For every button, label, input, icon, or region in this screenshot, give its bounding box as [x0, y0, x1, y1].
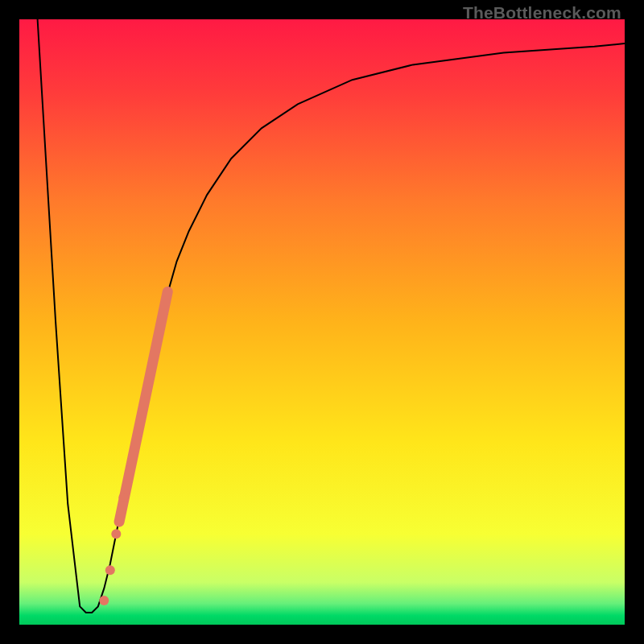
chart-plot-area — [19, 19, 625, 625]
highlight-dot — [111, 529, 121, 539]
chart-svg — [19, 19, 625, 625]
highlight-dot — [105, 565, 115, 575]
chart-frame: TheBottleneck.com — [0, 0, 644, 644]
highlight-dot — [118, 493, 128, 502]
watermark-text: TheBottleneck.com — [463, 3, 621, 23]
chart-background-gradient — [19, 19, 625, 625]
highlight-dot — [99, 596, 109, 605]
